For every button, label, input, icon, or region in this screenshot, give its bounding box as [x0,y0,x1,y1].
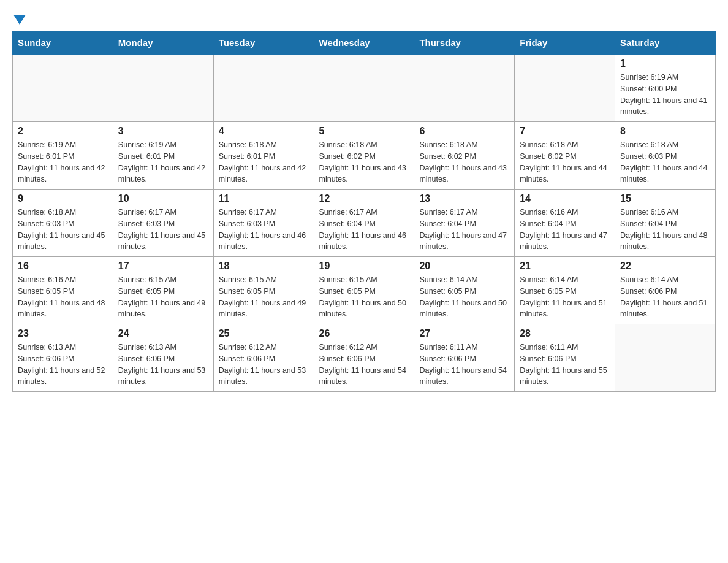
calendar-cell: 7Sunrise: 6:18 AM Sunset: 6:02 PM Daylig… [515,122,615,190]
day-info: Sunrise: 6:15 AM Sunset: 6:05 PM Dayligh… [118,274,208,320]
calendar-cell: 5Sunrise: 6:18 AM Sunset: 6:02 PM Daylig… [314,122,414,190]
day-info: Sunrise: 6:12 AM Sunset: 6:06 PM Dayligh… [319,342,409,388]
calendar-cell: 1Sunrise: 6:19 AM Sunset: 6:00 PM Daylig… [615,55,716,122]
day-number: 2 [18,126,108,137]
day-number: 25 [219,328,309,339]
calendar-cell: 22Sunrise: 6:14 AM Sunset: 6:06 PM Dayli… [615,257,716,324]
day-info: Sunrise: 6:19 AM Sunset: 6:00 PM Dayligh… [620,72,710,118]
calendar-cell: 27Sunrise: 6:11 AM Sunset: 6:06 PM Dayli… [414,324,515,392]
logo-triangle-icon [13,15,26,25]
day-info: Sunrise: 6:17 AM Sunset: 6:04 PM Dayligh… [319,207,409,253]
day-number: 6 [419,126,509,137]
day-number: 5 [319,126,409,137]
day-info: Sunrise: 6:18 AM Sunset: 6:03 PM Dayligh… [620,139,710,185]
calendar-week-row: 1Sunrise: 6:19 AM Sunset: 6:00 PM Daylig… [13,55,716,122]
calendar-cell: 21Sunrise: 6:14 AM Sunset: 6:05 PM Dayli… [515,257,615,324]
calendar-header-row: SundayMondayTuesdayWednesdayThursdayFrid… [13,31,716,55]
day-header-wednesday: Wednesday [314,31,414,55]
calendar-cell: 23Sunrise: 6:13 AM Sunset: 6:06 PM Dayli… [13,324,113,392]
day-info: Sunrise: 6:16 AM Sunset: 6:05 PM Dayligh… [18,274,108,320]
page-header [12,12,716,25]
day-header-tuesday: Tuesday [213,31,314,55]
calendar-table: SundayMondayTuesdayWednesdayThursdayFrid… [12,31,716,392]
day-info: Sunrise: 6:18 AM Sunset: 6:02 PM Dayligh… [520,139,610,185]
day-number: 26 [319,328,409,339]
day-header-thursday: Thursday [414,31,515,55]
day-number: 7 [520,126,610,137]
calendar-cell: 11Sunrise: 6:17 AM Sunset: 6:03 PM Dayli… [213,190,314,257]
day-number: 8 [620,126,710,137]
day-number: 4 [219,126,309,137]
day-info: Sunrise: 6:17 AM Sunset: 6:04 PM Dayligh… [419,207,509,253]
day-info: Sunrise: 6:13 AM Sunset: 6:06 PM Dayligh… [18,342,108,388]
day-number: 16 [18,261,108,272]
calendar-week-row: 16Sunrise: 6:16 AM Sunset: 6:05 PM Dayli… [13,257,716,324]
calendar-cell: 20Sunrise: 6:14 AM Sunset: 6:05 PM Dayli… [414,257,515,324]
calendar-cell: 3Sunrise: 6:19 AM Sunset: 6:01 PM Daylig… [113,122,213,190]
day-info: Sunrise: 6:14 AM Sunset: 6:06 PM Dayligh… [620,274,710,320]
day-number: 24 [118,328,208,339]
calendar-cell: 12Sunrise: 6:17 AM Sunset: 6:04 PM Dayli… [314,190,414,257]
calendar-cell: 8Sunrise: 6:18 AM Sunset: 6:03 PM Daylig… [615,122,716,190]
calendar-cell: 4Sunrise: 6:18 AM Sunset: 6:01 PM Daylig… [213,122,314,190]
calendar-week-row: 23Sunrise: 6:13 AM Sunset: 6:06 PM Dayli… [13,324,716,392]
calendar-cell: 14Sunrise: 6:16 AM Sunset: 6:04 PM Dayli… [515,190,615,257]
day-info: Sunrise: 6:17 AM Sunset: 6:03 PM Dayligh… [118,207,208,253]
day-info: Sunrise: 6:14 AM Sunset: 6:05 PM Dayligh… [520,274,610,320]
day-info: Sunrise: 6:18 AM Sunset: 6:03 PM Dayligh… [18,207,108,253]
calendar-cell: 6Sunrise: 6:18 AM Sunset: 6:02 PM Daylig… [414,122,515,190]
day-info: Sunrise: 6:19 AM Sunset: 6:01 PM Dayligh… [118,139,208,185]
day-number: 15 [620,193,710,204]
day-header-sunday: Sunday [13,31,113,55]
day-info: Sunrise: 6:18 AM Sunset: 6:02 PM Dayligh… [419,139,509,185]
calendar-cell: 13Sunrise: 6:17 AM Sunset: 6:04 PM Dayli… [414,190,515,257]
calendar-cell [414,55,515,122]
calendar-cell [615,324,716,392]
calendar-cell: 16Sunrise: 6:16 AM Sunset: 6:05 PM Dayli… [13,257,113,324]
day-number: 21 [520,261,610,272]
calendar-cell: 28Sunrise: 6:11 AM Sunset: 6:06 PM Dayli… [515,324,615,392]
day-number: 11 [219,193,309,204]
calendar-cell: 18Sunrise: 6:15 AM Sunset: 6:05 PM Dayli… [213,257,314,324]
day-info: Sunrise: 6:14 AM Sunset: 6:05 PM Dayligh… [419,274,509,320]
logo [12,12,26,25]
day-info: Sunrise: 6:19 AM Sunset: 6:01 PM Dayligh… [18,139,108,185]
calendar-cell [515,55,615,122]
day-number: 9 [18,193,108,204]
calendar-cell: 25Sunrise: 6:12 AM Sunset: 6:06 PM Dayli… [213,324,314,392]
day-info: Sunrise: 6:17 AM Sunset: 6:03 PM Dayligh… [219,207,309,253]
calendar-cell [314,55,414,122]
day-info: Sunrise: 6:16 AM Sunset: 6:04 PM Dayligh… [520,207,610,253]
day-number: 1 [620,58,710,69]
day-number: 18 [219,261,309,272]
day-number: 23 [18,328,108,339]
calendar-cell: 2Sunrise: 6:19 AM Sunset: 6:01 PM Daylig… [13,122,113,190]
day-info: Sunrise: 6:16 AM Sunset: 6:04 PM Dayligh… [620,207,710,253]
day-number: 17 [118,261,208,272]
day-info: Sunrise: 6:18 AM Sunset: 6:01 PM Dayligh… [219,139,309,185]
day-info: Sunrise: 6:13 AM Sunset: 6:06 PM Dayligh… [118,342,208,388]
day-number: 20 [419,261,509,272]
calendar-cell [13,55,113,122]
day-number: 3 [118,126,208,137]
day-number: 22 [620,261,710,272]
day-number: 12 [319,193,409,204]
day-number: 28 [520,328,610,339]
calendar-cell [113,55,213,122]
calendar-cell: 17Sunrise: 6:15 AM Sunset: 6:05 PM Dayli… [113,257,213,324]
day-info: Sunrise: 6:11 AM Sunset: 6:06 PM Dayligh… [419,342,509,388]
day-number: 19 [319,261,409,272]
day-info: Sunrise: 6:15 AM Sunset: 6:05 PM Dayligh… [319,274,409,320]
calendar-cell [213,55,314,122]
calendar-cell: 10Sunrise: 6:17 AM Sunset: 6:03 PM Dayli… [113,190,213,257]
calendar-cell: 9Sunrise: 6:18 AM Sunset: 6:03 PM Daylig… [13,190,113,257]
day-number: 10 [118,193,208,204]
calendar-week-row: 2Sunrise: 6:19 AM Sunset: 6:01 PM Daylig… [13,122,716,190]
calendar-cell: 15Sunrise: 6:16 AM Sunset: 6:04 PM Dayli… [615,190,716,257]
day-info: Sunrise: 6:11 AM Sunset: 6:06 PM Dayligh… [520,342,610,388]
calendar-cell: 19Sunrise: 6:15 AM Sunset: 6:05 PM Dayli… [314,257,414,324]
day-number: 14 [520,193,610,204]
calendar-cell: 26Sunrise: 6:12 AM Sunset: 6:06 PM Dayli… [314,324,414,392]
day-header-friday: Friday [515,31,615,55]
day-info: Sunrise: 6:15 AM Sunset: 6:05 PM Dayligh… [219,274,309,320]
